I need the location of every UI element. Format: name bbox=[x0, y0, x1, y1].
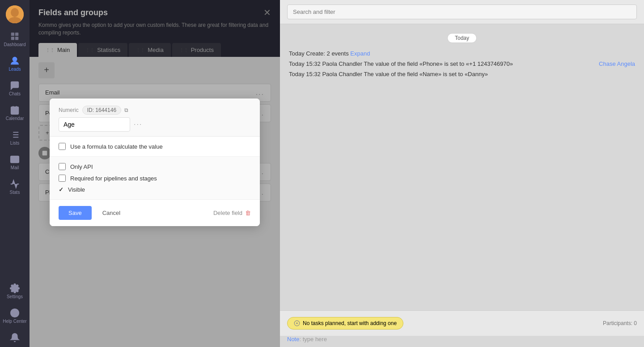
modal-field-type-label: Numeric bbox=[59, 107, 79, 113]
sidebar-calendar-label: Calendar bbox=[6, 116, 24, 121]
right-panel: Today Today Create: 2 events Expand Toda… bbox=[280, 0, 644, 347]
task-icon bbox=[294, 320, 300, 326]
svg-point-1 bbox=[11, 8, 19, 17]
expand-link[interactable]: Expand bbox=[350, 50, 370, 57]
add-task-button[interactable]: No tasks planned, start with adding one bbox=[287, 317, 403, 330]
note-placeholder: : type here bbox=[299, 336, 326, 343]
svg-point-7 bbox=[13, 57, 17, 61]
activity-text-1: Today 15:32 Paola Chandler The value of … bbox=[289, 60, 513, 67]
formula-checkbox[interactable] bbox=[59, 143, 66, 150]
svg-rect-6 bbox=[15, 37, 18, 40]
sidebar-item-stats[interactable]: Stats bbox=[0, 175, 30, 199]
sidebar-settings-label: Settings bbox=[7, 294, 23, 299]
modal-option-required-pipelines: Required for pipelines and stages bbox=[59, 175, 251, 182]
modal-footer: Save Cancel Delete field 🗑 bbox=[50, 199, 260, 226]
field-name-dots: ··· bbox=[134, 120, 142, 129]
sidebar-stats-label: Stats bbox=[10, 190, 20, 195]
modal-top-section: Numeric ID: 1644146 ⧉ ··· bbox=[50, 99, 260, 137]
activity-text-0: Today Create: 2 events Expand bbox=[289, 50, 370, 57]
today-pill: Today bbox=[289, 33, 635, 43]
avatar[interactable] bbox=[6, 5, 24, 23]
delete-trash-icon: 🗑 bbox=[245, 210, 251, 216]
svg-rect-4 bbox=[15, 33, 18, 36]
delete-label-text: Delete field bbox=[213, 210, 242, 216]
svg-rect-5 bbox=[11, 37, 14, 40]
formula-label-text: Use a formula to calculate the value bbox=[70, 143, 163, 150]
right-header bbox=[280, 0, 644, 24]
bottom-bar: No tasks planned, start with adding one … bbox=[280, 310, 644, 336]
activity-item-1: Today 15:32 Paola Chandler The value of … bbox=[289, 60, 635, 67]
sidebar-item-dashboard[interactable]: Dashboard bbox=[0, 27, 30, 51]
save-button[interactable]: Save bbox=[59, 206, 92, 220]
field-id-wrapper: ID: 1644146 ⧉ bbox=[82, 106, 129, 115]
only-api-checkbox[interactable] bbox=[59, 163, 66, 170]
note-area: Note: type here bbox=[280, 336, 644, 347]
modal-name-row: ··· bbox=[59, 117, 251, 132]
participants-label: Participants: 0 bbox=[603, 320, 637, 326]
sidebar-item-leads[interactable]: Leads bbox=[0, 51, 30, 76]
formula-checkbox-label[interactable]: Use a formula to calculate the value bbox=[59, 143, 251, 150]
modal-option-only-api: Only API bbox=[59, 163, 251, 170]
sidebar-item-chats[interactable]: Chats bbox=[0, 76, 30, 101]
required-pipelines-label: Required for pipelines and stages bbox=[70, 175, 157, 182]
field-edit-modal: Numeric ID: 1644146 ⧉ ··· Use a formula … bbox=[50, 99, 260, 226]
delete-field-button[interactable]: Delete field 🗑 bbox=[213, 210, 251, 216]
modal-option-visible: ✓ Visible bbox=[59, 186, 251, 193]
only-api-label: Only API bbox=[70, 163, 93, 170]
modal-field-type-row: Numeric ID: 1644146 ⧉ bbox=[59, 106, 251, 115]
svg-rect-8 bbox=[11, 107, 19, 115]
copy-id-icon[interactable]: ⧉ bbox=[124, 107, 128, 113]
sidebar-item-bell[interactable] bbox=[0, 328, 30, 347]
sidebar-help-label: Help Center bbox=[3, 319, 26, 324]
sidebar: Dashboard Leads Chats Calendar Lists Mai… bbox=[0, 0, 30, 347]
sidebar-mail-label: Mail bbox=[11, 165, 19, 170]
today-label: Today bbox=[447, 33, 477, 43]
fields-panel: Fields and groups ✕ Kommo gives you the … bbox=[30, 0, 280, 347]
field-id-badge: ID: 1644146 bbox=[82, 106, 121, 115]
sidebar-item-lists[interactable]: Lists bbox=[0, 125, 30, 150]
formula-section: Use a formula to calculate the value bbox=[50, 137, 260, 157]
sidebar-item-mail[interactable]: Mail bbox=[0, 150, 30, 175]
chase-angela-link-1[interactable]: Chase Angela bbox=[599, 60, 635, 67]
search-input[interactable] bbox=[287, 4, 637, 19]
cancel-button[interactable]: Cancel bbox=[96, 206, 127, 220]
required-pipelines-checkbox[interactable] bbox=[59, 175, 66, 182]
activity-item-0: Today Create: 2 events Expand bbox=[289, 50, 635, 57]
sidebar-item-calendar[interactable]: Calendar bbox=[0, 101, 30, 125]
sidebar-item-settings[interactable]: Settings bbox=[0, 279, 30, 304]
activity-feed: Today Today Create: 2 events Expand Toda… bbox=[280, 24, 644, 310]
sidebar-leads-label: Leads bbox=[8, 67, 21, 72]
field-name-input[interactable] bbox=[59, 117, 130, 132]
activity-text-2: Today 15:32 Paola Chandler The value of … bbox=[289, 71, 488, 77]
modal-overlay: Numeric ID: 1644146 ⧉ ··· Use a formula … bbox=[30, 0, 280, 347]
task-btn-label: No tasks planned, start with adding one bbox=[303, 320, 397, 326]
sidebar-item-help[interactable]: Help Center bbox=[0, 304, 30, 328]
activity-item-2: Today 15:32 Paola Chandler The value of … bbox=[289, 71, 635, 77]
visible-label: Visible bbox=[68, 186, 85, 193]
sidebar-lists-label: Lists bbox=[10, 141, 20, 146]
note-link[interactable]: Note bbox=[287, 336, 299, 343]
svg-rect-3 bbox=[11, 33, 14, 36]
visible-checkmark: ✓ bbox=[59, 186, 64, 193]
modal-options-section: Only API Required for pipelines and stag… bbox=[50, 157, 260, 199]
sidebar-chats-label: Chats bbox=[9, 91, 21, 96]
sidebar-dashboard-label: Dashboard bbox=[4, 42, 26, 47]
